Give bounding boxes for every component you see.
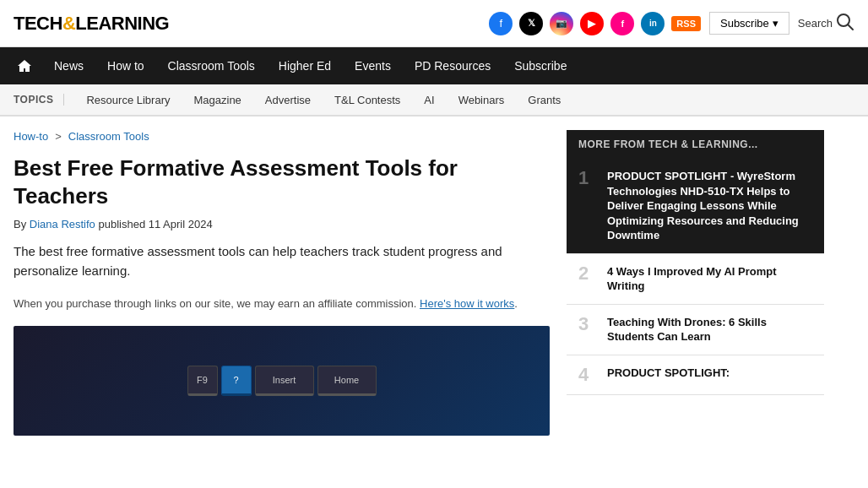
- nav-item-events[interactable]: Events: [343, 47, 403, 84]
- logo-ampersand: &: [62, 13, 75, 34]
- sidebar-item-4[interactable]: 4 PRODUCT SPOTLIGHT:: [567, 355, 824, 395]
- key-insert: Insert: [255, 366, 314, 396]
- rss-badge[interactable]: RSS: [671, 16, 701, 31]
- search-icon: [836, 13, 854, 34]
- secondary-nav-resource-library[interactable]: Resource Library: [74, 84, 182, 116]
- published-prefix: published: [95, 218, 149, 230]
- nav-item-higher-ed[interactable]: Higher Ed: [267, 47, 343, 84]
- author-link[interactable]: Diana Restifo: [30, 218, 95, 230]
- sidebar-text-2: 4 Ways I Improved My AI Prompt Writing: [607, 264, 812, 294]
- sidebar-num-3: 3: [578, 315, 597, 333]
- youtube-icon[interactable]: ▶: [580, 12, 604, 35]
- nav-item-pd-resources[interactable]: PD Resources: [403, 47, 502, 84]
- flipboard-icon[interactable]: f: [610, 12, 634, 35]
- svg-line-1: [848, 24, 853, 30]
- article-title: Best Free Formative Assessment Tools for…: [14, 155, 550, 209]
- search-label: Search: [798, 17, 833, 30]
- affiliate-text: When you purchase through links on our s…: [14, 297, 416, 310]
- breadcrumb: How-to > Classroom Tools: [14, 130, 550, 143]
- sidebar-item-3[interactable]: 3 Teaching With Drones: 6 Skills Student…: [567, 305, 824, 355]
- primary-nav: News How to Classroom Tools Higher Ed Ev…: [0, 47, 868, 84]
- keyboard-visual: F9 ? Insert Home: [187, 366, 377, 396]
- sidebar-num-1: 1: [578, 169, 597, 187]
- site-logo[interactable]: TECH&LEARNING: [14, 13, 169, 35]
- breadcrumb-separator: >: [55, 130, 62, 143]
- social-icons: f 𝕏 📷 ▶ f in RSS: [489, 12, 701, 35]
- sidebar-text-3: Teaching With Drones: 6 Skills Students …: [607, 315, 812, 344]
- topics-label: TOPICS: [14, 94, 64, 106]
- key-question: ?: [221, 366, 252, 396]
- breadcrumb-how-to[interactable]: How-to: [14, 130, 48, 143]
- secondary-nav-advertise[interactable]: Advertise: [253, 84, 323, 116]
- sidebar: MORE FROM TECH & LEARNING... 1 PRODUCT S…: [567, 130, 824, 436]
- article-byline: By Diana Restifo published 11 April 2024: [14, 218, 550, 230]
- sidebar-text-1: PRODUCT SPOTLIGHT - WyreStorm Technologi…: [607, 169, 812, 243]
- affiliate-period: .: [514, 297, 518, 310]
- article-intro: The best free formative assessment tools…: [14, 242, 550, 280]
- nav-item-subscribe[interactable]: Subscribe: [502, 47, 578, 84]
- sidebar-text-4: PRODUCT SPOTLIGHT:: [607, 366, 730, 381]
- sidebar-num-2: 2: [578, 264, 597, 283]
- facebook-icon[interactable]: f: [489, 12, 513, 35]
- sidebar-item-1[interactable]: 1 PRODUCT SPOTLIGHT - WyreStorm Technolo…: [567, 159, 824, 254]
- secondary-nav-magazine[interactable]: Magazine: [182, 84, 252, 116]
- article-image: F9 ? Insert Home: [14, 326, 550, 436]
- secondary-nav-grants[interactable]: Grants: [516, 84, 572, 116]
- secondary-nav: TOPICS Resource Library Magazine Adverti…: [0, 84, 868, 117]
- article-date: 11 April 2024: [149, 218, 213, 230]
- affiliate-notice: When you purchase through links on our s…: [14, 296, 550, 312]
- affiliate-link[interactable]: Here's how it works: [420, 297, 514, 310]
- nav-item-news[interactable]: News: [42, 47, 95, 84]
- site-header: TECH&LEARNING f 𝕏 📷 ▶ f in RSS Subscribe…: [0, 0, 868, 47]
- header-right: f 𝕏 📷 ▶ f in RSS Subscribe ▾ Search: [489, 12, 854, 35]
- sidebar-item-2[interactable]: 2 4 Ways I Improved My AI Prompt Writing: [567, 254, 824, 305]
- sidebar-num-4: 4: [578, 366, 597, 384]
- nav-item-how-to[interactable]: How to: [95, 47, 156, 84]
- home-icon[interactable]: [7, 58, 42, 73]
- secondary-nav-ai[interactable]: AI: [412, 84, 446, 116]
- sidebar-header: MORE FROM TECH & LEARNING...: [567, 130, 824, 159]
- linkedin-icon[interactable]: in: [641, 12, 665, 35]
- main-content: How-to > Classroom Tools Best Free Forma…: [14, 130, 567, 436]
- nav-item-classroom-tools[interactable]: Classroom Tools: [156, 47, 267, 84]
- search-area[interactable]: Search: [798, 13, 854, 34]
- content-area: How-to > Classroom Tools Best Free Forma…: [0, 117, 868, 449]
- chevron-down-icon: ▾: [773, 17, 778, 30]
- instagram-icon[interactable]: 📷: [550, 12, 573, 35]
- subscribe-button[interactable]: Subscribe ▾: [709, 12, 789, 35]
- twitter-icon[interactable]: 𝕏: [519, 12, 543, 35]
- byline-prefix: By: [14, 218, 30, 230]
- key-home: Home: [317, 366, 377, 396]
- key-f9: F9: [187, 366, 218, 396]
- secondary-nav-tl-contests[interactable]: T&L Contests: [323, 84, 412, 116]
- secondary-nav-webinars[interactable]: Webinars: [447, 84, 517, 116]
- breadcrumb-classroom-tools[interactable]: Classroom Tools: [68, 130, 149, 143]
